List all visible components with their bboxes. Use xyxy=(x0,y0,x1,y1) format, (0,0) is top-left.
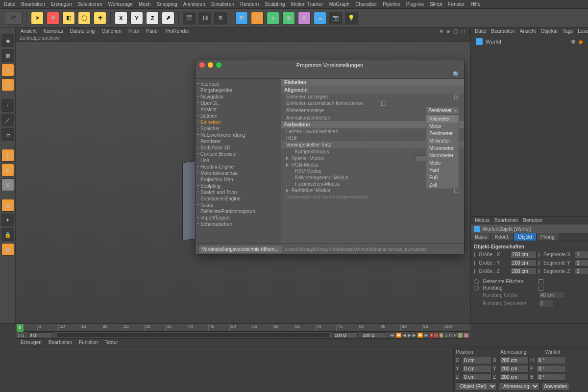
seg-y-input[interactable] xyxy=(575,259,588,267)
menu-selektieren[interactable]: Selektieren xyxy=(78,1,102,7)
lastused-tool-icon[interactable]: ✚ xyxy=(94,12,106,24)
nav-bodypaint[interactable]: BodyPaint 3D xyxy=(196,145,281,151)
nav-sculpting[interactable]: Sculpting xyxy=(196,183,281,189)
nav-netzwerk[interactable]: Netzwerkverbindung xyxy=(196,132,281,138)
vtab-filter[interactable]: Filter xyxy=(128,28,139,34)
menu-animieren[interactable]: Animieren xyxy=(183,1,205,7)
polygon-mode-icon[interactable]: ▱ xyxy=(1,128,14,141)
chevron-right-icon[interactable] xyxy=(286,163,289,167)
play-icon[interactable]: ▶ xyxy=(408,333,411,338)
ang-p-input[interactable] xyxy=(537,365,566,372)
light-icon[interactable]: 💡 xyxy=(345,12,358,24)
nav-importexport[interactable]: Import/Export xyxy=(196,215,281,221)
ang-h-input[interactable] xyxy=(537,357,566,364)
vp-zoom-icon[interactable]: ⊕ xyxy=(446,29,450,34)
omtab-lese[interactable]: Lese xyxy=(578,28,588,34)
search-icon[interactable]: 🔍 xyxy=(453,71,460,78)
vtab-optionen[interactable]: Optionen xyxy=(101,28,122,34)
lock-icon[interactable]: 🔒 xyxy=(1,228,14,241)
workplane-icon[interactable]: ▤ xyxy=(1,78,14,91)
close-icon[interactable] xyxy=(199,62,205,68)
open-prefs-dir-button[interactable]: Voreinstellungsverzeichnis öffnen... xyxy=(198,245,282,253)
snap-toggle-icon[interactable]: S xyxy=(1,178,14,191)
show-units-checkbox[interactable] xyxy=(454,95,459,99)
move-tool-icon[interactable]: ✥ xyxy=(47,12,59,24)
auto-convert-checkbox[interactable] xyxy=(381,101,386,106)
menu-pipeline[interactable]: Pipeline xyxy=(383,1,400,7)
size-z-input[interactable] xyxy=(510,268,537,275)
z-axis-toggle[interactable]: Z xyxy=(146,12,159,24)
mtab-erzeugen[interactable]: Erzeugen xyxy=(21,340,42,345)
nav-renderer[interactable]: Renderer xyxy=(196,138,281,145)
menu-mograph[interactable]: MoGraph xyxy=(329,1,350,7)
tl-range-mid-input[interactable] xyxy=(333,332,358,338)
tl-range-end-input[interactable] xyxy=(362,332,386,338)
record-icon[interactable]: ● xyxy=(430,333,433,338)
dd-option-yard[interactable]: Yard xyxy=(426,167,459,174)
dim-z-input[interactable] xyxy=(499,373,529,381)
select-tool-icon[interactable]: ➤ xyxy=(31,12,44,24)
render-view-icon[interactable]: 🎬 xyxy=(183,12,196,24)
nav-schemafarben[interactable]: Schemafarben xyxy=(196,221,281,227)
model-mode-icon[interactable]: ▦ xyxy=(1,49,14,62)
nav-interface[interactable]: Interface xyxy=(196,81,281,87)
axis-mode-icon[interactable]: ╋ xyxy=(1,149,14,162)
amtab-benutzer[interactable]: Benutzer xyxy=(523,218,542,223)
dd-option-zoll[interactable]: Zoll xyxy=(426,181,459,189)
coord-apply-button[interactable]: Anwenden xyxy=(541,382,569,391)
soft-select-icon[interactable]: ◉ xyxy=(1,199,14,212)
texture-mode-icon[interactable]: ▨ xyxy=(1,64,14,76)
coord-system-toggle[interactable]: ⬈ xyxy=(162,12,174,24)
omtab-datei[interactable]: Datei xyxy=(475,28,486,34)
key-scale-icon[interactable]: S xyxy=(444,333,447,338)
misc-tool-icon[interactable]: ▩ xyxy=(1,243,14,256)
maximize-icon[interactable] xyxy=(216,62,221,68)
mtab-textur[interactable]: Textur xyxy=(105,340,118,345)
vtab-kameras[interactable]: Kameras xyxy=(44,28,63,34)
next-key-icon[interactable]: ⏩ xyxy=(417,333,423,338)
seg-z-input[interactable] xyxy=(575,268,588,275)
vp-max-icon[interactable]: ▢ xyxy=(461,29,466,34)
timeline-ruler[interactable]: 0 05101520253035404550556065707580859095… xyxy=(16,324,470,332)
amtab-bearbeiten[interactable]: Bearbeiten xyxy=(494,218,518,223)
environment-icon[interactable]: ☁ xyxy=(314,12,326,24)
round-size-input[interactable] xyxy=(539,292,565,299)
vtab-ansicht[interactable]: Ansicht xyxy=(21,28,37,34)
dd-option-kilometer[interactable]: Kilometer xyxy=(426,115,459,122)
edge-mode-icon[interactable]: ／ xyxy=(1,114,14,126)
tl-range-start-input[interactable] xyxy=(28,332,53,338)
dim-x-input[interactable] xyxy=(499,357,529,364)
vtab-prorender[interactable]: ProRender xyxy=(166,28,189,34)
dd-option-millimeter[interactable]: Millimeter xyxy=(426,137,459,145)
extrude-icon[interactable]: ▣ xyxy=(282,12,295,24)
radio-icon[interactable] xyxy=(539,269,539,274)
pos-y-input[interactable] xyxy=(462,365,491,372)
tweak-icon[interactable]: ✦ xyxy=(1,214,14,226)
dd-option-zentimeter[interactable]: Zentimeter xyxy=(426,130,459,137)
undo-button[interactable]: ↶ xyxy=(4,12,23,24)
radio-icon[interactable] xyxy=(539,252,539,257)
pos-z-input[interactable] xyxy=(462,373,491,381)
radio-icon[interactable] xyxy=(539,261,539,266)
nav-sketchtoon[interactable]: Sketch and Toon xyxy=(196,189,281,196)
mtab-funktion[interactable]: Funktion xyxy=(79,340,98,345)
attr-tab-phong[interactable]: Phong xyxy=(537,233,559,241)
menu-snapping[interactable]: Snapping xyxy=(156,1,177,7)
attr-tab-objekt[interactable]: Objekt xyxy=(514,233,537,241)
checkbox[interactable] xyxy=(539,279,543,284)
checkbox[interactable] xyxy=(539,286,543,291)
menu-rendern[interactable]: Rendern xyxy=(240,1,259,7)
goto-start-icon[interactable]: ⏮ xyxy=(390,333,394,338)
chevron-right-icon[interactable] xyxy=(286,156,289,160)
chevron-right-icon[interactable] xyxy=(286,189,289,193)
pos-x-input[interactable] xyxy=(462,357,491,364)
key-param-icon[interactable]: P xyxy=(454,333,457,338)
vp-orbit-icon[interactable]: ◯ xyxy=(453,29,458,34)
vtab-darstellung[interactable]: Darstellung xyxy=(70,28,95,34)
nav-contentbrowser[interactable]: Content Browser xyxy=(196,151,281,157)
phong-tag-icon[interactable]: ◉ xyxy=(578,39,583,45)
menu-datei[interactable]: Datei xyxy=(4,1,15,7)
prev-frame-icon[interactable]: ◀ xyxy=(403,333,406,338)
next-frame-icon[interactable]: ▶ xyxy=(413,333,416,338)
menu-werkzeuge[interactable]: Werkzeuge xyxy=(108,1,133,7)
